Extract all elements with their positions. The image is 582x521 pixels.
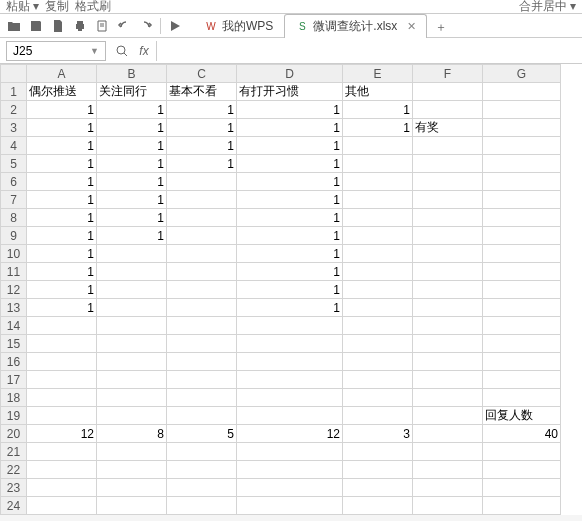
cell[interactable]: 1 — [27, 245, 97, 263]
row-header[interactable]: 9 — [1, 227, 27, 245]
folder-open-icon[interactable] — [6, 18, 22, 34]
cell[interactable] — [167, 227, 237, 245]
cell[interactable]: 回复人数 — [483, 407, 561, 425]
cell[interactable]: 1 — [167, 137, 237, 155]
cell[interactable] — [483, 317, 561, 335]
cell[interactable] — [343, 227, 413, 245]
cell[interactable] — [167, 245, 237, 263]
row-header[interactable]: 19 — [1, 407, 27, 425]
cell[interactable] — [413, 191, 483, 209]
cell[interactable] — [97, 299, 167, 317]
cell[interactable] — [343, 389, 413, 407]
cell[interactable] — [483, 83, 561, 101]
cell[interactable]: 1 — [27, 101, 97, 119]
cell[interactable] — [97, 281, 167, 299]
cell[interactable]: 1 — [237, 137, 343, 155]
cell[interactable] — [97, 245, 167, 263]
row-header[interactable]: 12 — [1, 281, 27, 299]
row-header[interactable]: 18 — [1, 389, 27, 407]
new-tab-button[interactable]: ＋ — [431, 18, 451, 38]
cell[interactable] — [343, 479, 413, 497]
cell[interactable] — [413, 173, 483, 191]
cell[interactable] — [97, 389, 167, 407]
cell[interactable] — [97, 335, 167, 353]
cell[interactable]: 40 — [483, 425, 561, 443]
cell[interactable]: 8 — [97, 425, 167, 443]
cell[interactable] — [343, 245, 413, 263]
cell[interactable] — [167, 443, 237, 461]
merge-center-dropdown[interactable]: 合并居中 ▾ — [519, 0, 576, 14]
row-header[interactable]: 24 — [1, 497, 27, 515]
cell[interactable] — [413, 497, 483, 515]
cell[interactable] — [413, 83, 483, 101]
spreadsheet-grid[interactable]: ABCDEFG1偶尔推送关注同行基本不看有打开习惯其他211111311111有… — [0, 64, 582, 515]
cell[interactable] — [167, 281, 237, 299]
cell[interactable]: 1 — [97, 209, 167, 227]
cell[interactable]: 1 — [97, 191, 167, 209]
tab-my-wps[interactable]: W 我的WPS — [193, 14, 284, 38]
cell[interactable] — [343, 155, 413, 173]
cell[interactable] — [343, 137, 413, 155]
cell[interactable]: 关注同行 — [97, 83, 167, 101]
row-header[interactable]: 23 — [1, 479, 27, 497]
cell[interactable] — [27, 497, 97, 515]
search-icon[interactable] — [114, 43, 130, 59]
cell[interactable] — [413, 227, 483, 245]
cell[interactable] — [27, 371, 97, 389]
cell[interactable]: 偶尔推送 — [27, 83, 97, 101]
cell[interactable] — [413, 461, 483, 479]
cell[interactable] — [343, 497, 413, 515]
row-header[interactable]: 17 — [1, 371, 27, 389]
cell[interactable] — [27, 317, 97, 335]
cell[interactable] — [237, 479, 343, 497]
cell[interactable] — [483, 443, 561, 461]
row-header[interactable]: 16 — [1, 353, 27, 371]
cell[interactable] — [413, 479, 483, 497]
cell[interactable] — [237, 371, 343, 389]
cell[interactable] — [343, 461, 413, 479]
cell[interactable]: 1 — [27, 173, 97, 191]
cell[interactable] — [343, 173, 413, 191]
cell[interactable] — [343, 335, 413, 353]
cell[interactable] — [343, 263, 413, 281]
column-header[interactable]: G — [483, 65, 561, 83]
cell[interactable] — [167, 263, 237, 281]
cell[interactable]: 1 — [97, 119, 167, 137]
cell[interactable] — [483, 299, 561, 317]
paste-dropdown[interactable]: 粘贴 ▾ — [6, 0, 39, 14]
cell[interactable] — [167, 497, 237, 515]
cell[interactable] — [413, 371, 483, 389]
print-icon[interactable] — [72, 18, 88, 34]
cell[interactable] — [483, 497, 561, 515]
cell[interactable]: 1 — [167, 101, 237, 119]
cell[interactable] — [483, 101, 561, 119]
cell[interactable]: 3 — [343, 425, 413, 443]
cell[interactable]: 1 — [237, 101, 343, 119]
row-header[interactable]: 15 — [1, 335, 27, 353]
cell[interactable] — [483, 335, 561, 353]
tab-workbook[interactable]: S 微调查统计.xlsx ✕ — [284, 14, 427, 38]
cell[interactable] — [237, 335, 343, 353]
column-header[interactable]: B — [97, 65, 167, 83]
cell[interactable] — [97, 443, 167, 461]
cell[interactable] — [343, 353, 413, 371]
cell[interactable] — [413, 209, 483, 227]
cell[interactable] — [167, 479, 237, 497]
format-painter-button[interactable]: 格式刷 — [75, 0, 111, 14]
cell[interactable] — [343, 191, 413, 209]
cell[interactable] — [413, 155, 483, 173]
undo-icon[interactable] — [116, 18, 132, 34]
row-header[interactable]: 13 — [1, 299, 27, 317]
cell[interactable] — [413, 389, 483, 407]
row-header[interactable]: 11 — [1, 263, 27, 281]
cell[interactable] — [483, 173, 561, 191]
row-header[interactable]: 22 — [1, 461, 27, 479]
cell[interactable]: 1 — [97, 173, 167, 191]
cell[interactable]: 其他 — [343, 83, 413, 101]
cell[interactable]: 1 — [27, 299, 97, 317]
cell[interactable]: 12 — [237, 425, 343, 443]
cell[interactable]: 1 — [237, 155, 343, 173]
row-header[interactable]: 20 — [1, 425, 27, 443]
cell[interactable]: 1 — [237, 227, 343, 245]
cell[interactable]: 1 — [97, 227, 167, 245]
